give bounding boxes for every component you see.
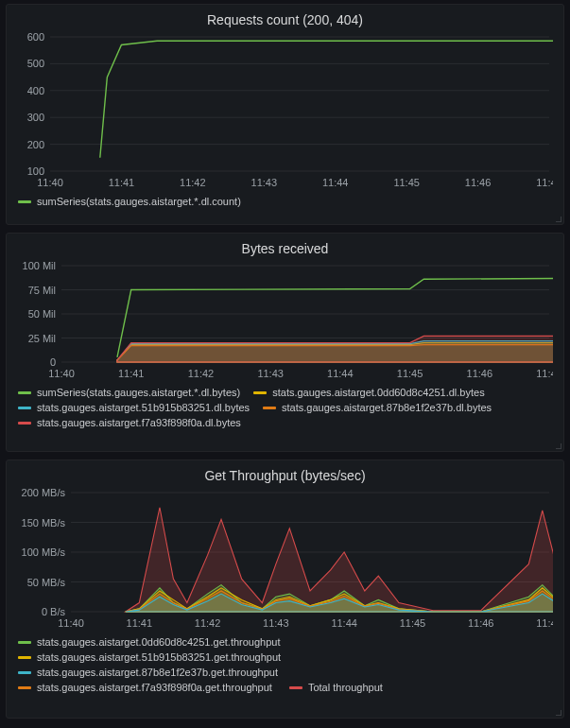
dashboard: Requests count (200, 404) 10020030040050…: [0, 0, 570, 728]
svg-text:11:43: 11:43: [251, 177, 278, 188]
legend-label: stats.gauges.aistarget.0dd60d8c4251.get.…: [37, 636, 280, 648]
svg-text:300: 300: [27, 112, 44, 123]
svg-text:500: 500: [27, 58, 44, 69]
legend-item[interactable]: stats.gauges.aistarget.87b8e1f2e37b.dl.b…: [263, 402, 492, 413]
svg-text:11:43: 11:43: [257, 368, 284, 379]
svg-text:75 Mil: 75 Mil: [28, 285, 56, 296]
svg-text:11:45: 11:45: [393, 177, 420, 188]
svg-text:11:46: 11:46: [465, 177, 492, 188]
legend-item[interactable]: sumSeries(stats.gauges.aistarget.*.dl.by…: [18, 387, 240, 398]
resize-handle-icon[interactable]: [554, 215, 561, 222]
svg-text:150 MB/s: 150 MB/s: [22, 517, 66, 529]
panel-title: Requests count (200, 404): [14, 12, 556, 27]
svg-text:11:45: 11:45: [397, 368, 423, 379]
legend-item[interactable]: stats.gauges.aistarget.0dd60d8c4251.get.…: [18, 636, 280, 648]
svg-text:11:41: 11:41: [109, 177, 135, 188]
svg-text:0 B/s: 0 B/s: [42, 606, 66, 617]
panel-title: Get Throughput (bytes/sec): [14, 468, 556, 483]
legend-swatch-icon: [18, 671, 31, 674]
svg-text:25 Mil: 25 Mil: [28, 333, 56, 344]
legend-swatch-icon: [263, 407, 276, 409]
svg-text:11:40: 11:40: [58, 617, 84, 629]
chart-bytes: 025 Mil50 Mil75 Mil100 Mil11:4011:4111:4…: [14, 262, 556, 383]
legend-swatch-icon: [18, 200, 31, 203]
panel-title: Bytes received: [14, 241, 556, 256]
svg-text:100: 100: [27, 165, 44, 177]
legend-label: stats.gauges.aistarget.51b915b83251.dl.b…: [37, 402, 250, 413]
legend-requests[interactable]: sumSeries(stats.gauges.aistarget.*.dl.co…: [14, 192, 556, 207]
legend-item[interactable]: stats.gauges.aistarget.f7a93f898f0a.dl.b…: [18, 417, 241, 428]
legend-label: stats.gauges.aistarget.87b8e1f2e37b.dl.b…: [282, 402, 492, 413]
svg-text:11:44: 11:44: [327, 368, 354, 379]
legend-label: sumSeries(stats.gauges.aistarget.*.dl.co…: [37, 196, 241, 207]
legend-swatch-icon: [18, 656, 31, 659]
legend-item[interactable]: stats.gauges.aistarget.51b915b83251.dl.b…: [18, 402, 250, 413]
svg-text:11:40: 11:40: [48, 368, 75, 379]
panel-throughput[interactable]: Get Throughput (bytes/sec) 0 B/s50 MB/s1…: [6, 459, 564, 719]
legend-item[interactable]: Total throughput: [289, 682, 383, 693]
svg-text:11:40: 11:40: [37, 177, 63, 188]
svg-text:200 MB/s: 200 MB/s: [22, 489, 66, 498]
legend-label: stats.gauges.aistarget.f7a93f898f0a.dl.b…: [37, 417, 241, 428]
svg-text:0: 0: [50, 356, 56, 368]
svg-text:11:44: 11:44: [331, 617, 357, 629]
svg-text:50 MB/s: 50 MB/s: [27, 577, 66, 588]
legend-label: stats.gauges.aistarget.87b8e1f2e37b.get.…: [37, 667, 278, 678]
legend-swatch-icon: [18, 641, 31, 644]
svg-text:100 Mil: 100 Mil: [23, 262, 56, 271]
legend-item[interactable]: sumSeries(stats.gauges.aistarget.*.dl.co…: [18, 196, 241, 207]
svg-text:11:42: 11:42: [188, 368, 215, 379]
legend-swatch-icon: [18, 422, 31, 425]
svg-text:200: 200: [27, 139, 44, 150]
svg-text:11:45: 11:45: [400, 617, 426, 629]
svg-text:11:47: 11:47: [536, 177, 553, 188]
svg-text:600: 600: [27, 33, 44, 43]
svg-text:100 MB/s: 100 MB/s: [22, 546, 66, 558]
legend-swatch-icon: [18, 407, 31, 409]
svg-text:11:46: 11:46: [468, 617, 494, 629]
legend-swatch-icon: [18, 686, 31, 689]
svg-text:11:42: 11:42: [195, 617, 221, 629]
chart-requests: 10020030040050060011:4011:4111:4211:4311…: [14, 33, 556, 192]
svg-text:11:47: 11:47: [536, 368, 553, 379]
svg-text:11:46: 11:46: [467, 368, 493, 379]
resize-handle-icon[interactable]: [554, 708, 561, 716]
svg-text:50 Mil: 50 Mil: [28, 308, 56, 320]
resize-handle-icon[interactable]: [554, 442, 561, 449]
svg-text:11:47: 11:47: [536, 617, 553, 629]
svg-text:400: 400: [27, 85, 44, 96]
legend-label: stats.gauges.aistarget.f7a93f898f0a.get.…: [37, 682, 272, 693]
legend-label: stats.gauges.aistarget.51b915b83251.get.…: [37, 651, 281, 663]
legend-item[interactable]: stats.gauges.aistarget.51b915b83251.get.…: [18, 651, 281, 663]
legend-swatch-icon: [18, 391, 31, 394]
legend-throughput[interactable]: stats.gauges.aistarget.0dd60d8c4251.get.…: [14, 633, 556, 693]
legend-item[interactable]: stats.gauges.aistarget.0dd60d8c4251.dl.b…: [253, 387, 484, 398]
svg-text:11:43: 11:43: [263, 617, 289, 629]
svg-text:11:42: 11:42: [180, 177, 206, 188]
legend-item[interactable]: stats.gauges.aistarget.f7a93f898f0a.get.…: [18, 682, 272, 693]
svg-text:11:41: 11:41: [127, 617, 153, 629]
legend-swatch-icon: [289, 686, 302, 689]
legend-label: Total throughput: [308, 682, 383, 693]
legend-label: sumSeries(stats.gauges.aistarget.*.dl.by…: [37, 387, 240, 398]
legend-bytes[interactable]: sumSeries(stats.gauges.aistarget.*.dl.by…: [14, 383, 556, 428]
svg-text:11:41: 11:41: [118, 368, 145, 379]
legend-label: stats.gauges.aistarget.0dd60d8c4251.dl.b…: [272, 387, 484, 398]
legend-swatch-icon: [253, 391, 267, 394]
svg-text:11:44: 11:44: [322, 177, 349, 188]
panel-requests[interactable]: Requests count (200, 404) 10020030040050…: [6, 4, 564, 225]
chart-throughput: 0 B/s50 MB/s100 MB/s150 MB/s200 MB/s11:4…: [14, 489, 556, 633]
panel-bytes[interactable]: Bytes received 025 Mil50 Mil75 Mil100 Mi…: [6, 233, 564, 452]
legend-item[interactable]: stats.gauges.aistarget.87b8e1f2e37b.get.…: [18, 667, 278, 678]
